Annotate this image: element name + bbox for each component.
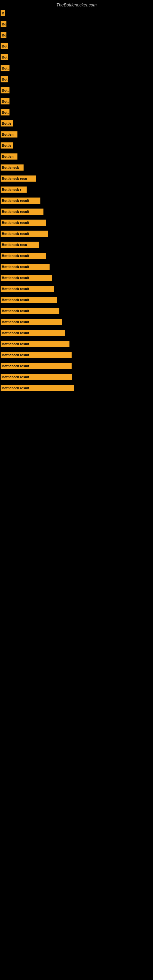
bar-row: Bottleneck result [0,196,153,207]
bar-label: Bottleneck result [1,286,54,292]
bar-row: Bott [0,86,153,96]
bar-row: Bot [0,75,153,85]
bar-row: Bo [0,20,153,30]
bar-label: Bottleneck result [1,275,52,281]
bar-label: Bottleneck resu [1,242,39,248]
bar-row: Bott [0,108,153,118]
bar-row: Bottleneck resu [0,240,153,250]
bar-label: Bottleneck result [1,330,65,336]
bar-label: Bottleneck result [1,208,43,215]
bar-label: Bottleneck result [1,297,57,303]
bar-label: Bottlen [1,153,18,159]
bar-label: Bottleneck result [1,319,62,325]
bar-row: Bottleneck result [0,361,153,372]
bar-row: Bottleneck result [0,350,153,361]
bar-row: Bott [0,97,153,107]
bar-label: Bottleneck resu [1,175,36,181]
bar-label: Bottleneck result [1,308,59,314]
bar-label: Bott [1,87,10,94]
bar-row: Bot [0,41,153,52]
bar-row: Bottleneck result [0,229,153,240]
site-title: TheBottlenecker.com [0,0,153,9]
bar-row: Bottleneck result [0,317,153,328]
bar-label: Bottle [1,142,13,148]
bar-label: Bott [1,65,10,72]
bar-label: B [1,10,5,16]
bar-label: Bott [1,98,10,105]
bar-label: Bottleneck [1,164,24,170]
bar-label: Bottleneck result [1,253,46,259]
bar-row: B [0,9,153,19]
bar-row: Bottleneck r [0,185,153,196]
bar-label: Bottleneck r [1,186,27,192]
bar-row: Bottleneck result [0,218,153,229]
bar-row: Bottleneck result [0,251,153,261]
bar-label: Bot [1,76,8,83]
bar-label: Bottleneck result [1,363,72,369]
bar-label: Bott [1,109,10,115]
bar-label: Bottlen [1,131,18,137]
bar-row: Bottleneck result [0,273,153,283]
bar-row: Bott [0,64,153,74]
bar-row: Bottlen [0,152,153,162]
bar-label: Bottleneck result [1,341,70,347]
bar-label: Bo [1,32,6,38]
bar-label: Bottleneck result [1,352,72,358]
bar-row: Bottleneck resu [0,174,153,185]
bar-row: Bottleneck result [0,262,153,272]
bar-label: Bottle [1,120,13,126]
bar-row: Bo [0,30,153,41]
bar-row: Bot [0,52,153,63]
bar-row: Bottleneck result [0,328,153,339]
bar-label: Bot [1,54,8,60]
bar-label: Bottleneck result [1,231,48,237]
bar-row: Bottleneck result [0,383,153,394]
bar-row: Bottle [0,119,153,129]
bar-label: Bo [1,21,6,27]
bar-row: Bottleneck result [0,339,153,350]
bar-label: Bottleneck result [1,385,74,391]
bar-label: Bottleneck result [1,220,46,226]
bar-row: Bottle [0,141,153,151]
bar-row: Bottleneck [0,163,153,173]
bar-label: Bottleneck result [1,374,72,380]
bar-row: Bottlen [0,130,153,140]
bar-row: Bottleneck result [0,372,153,383]
bar-label: Bot [1,43,8,49]
bar-label: Bottleneck result [1,197,40,204]
bar-row: Bottleneck result [0,207,153,218]
bar-row: Bottleneck result [0,306,153,317]
bar-label: Bottleneck result [1,264,49,270]
bar-row: Bottleneck result [0,284,153,294]
bar-row: Bottleneck result [0,295,153,305]
